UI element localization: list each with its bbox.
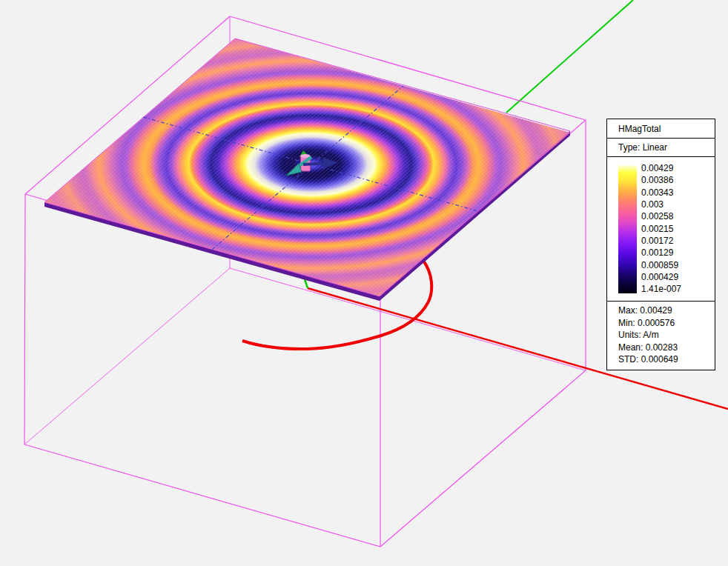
scale-tick-label: 0.000429 — [641, 271, 681, 283]
stat-mean: Mean: 0.00283 — [618, 342, 715, 354]
scale-tick-label: 0.00258 — [641, 210, 681, 222]
scale-tick-label: 1.41e-007 — [641, 283, 681, 295]
stat-min: Min: 0.000576 — [618, 317, 715, 330]
scale-tick-label: 0.000859 — [641, 259, 681, 271]
field-plot-viewport[interactable]: HMagTotal Type: Linear 0.00429 0.00386 0… — [0, 0, 728, 566]
scale-tick-label: 0.00429 — [641, 162, 681, 174]
scale-tick-label: 0.00215 — [641, 223, 681, 235]
legend-scale-section: 0.00429 0.00386 0.00343 0.003 0.00258 0.… — [607, 157, 715, 302]
scale-tick-label: 0.00172 — [641, 235, 681, 247]
legend-stats-section: Max: 0.00429 Min: 0.000576 Units: A/m Me… — [607, 302, 715, 370]
scale-tick-label: 0.00343 — [641, 187, 681, 199]
scale-tick-label: 0.00129 — [641, 247, 681, 259]
navy-arrow-shaft — [303, 164, 324, 165]
stat-units: Units: A/m — [618, 329, 715, 342]
legend-colorbar — [618, 165, 637, 293]
legend-title: HMagTotal — [607, 119, 715, 139]
legend-scale-type: Type: Linear — [607, 139, 715, 157]
scale-tick-label: 0.003 — [641, 199, 681, 210]
field-legend[interactable]: HMagTotal Type: Linear 0.00429 0.00386 0… — [606, 119, 715, 370]
stat-std: STD: 0.000649 — [618, 353, 715, 366]
legend-scale-labels: 0.00429 0.00386 0.00343 0.003 0.00258 0.… — [641, 162, 681, 296]
stat-max: Max: 0.00429 — [618, 304, 715, 317]
scale-tick-label: 0.00386 — [641, 174, 681, 186]
